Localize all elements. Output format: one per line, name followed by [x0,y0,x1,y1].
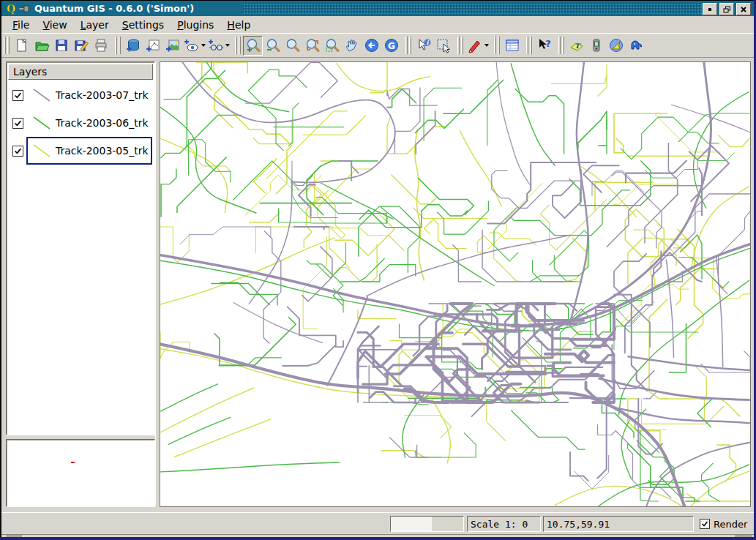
new-vector-layer-button[interactable] [206,36,231,56]
menu-view[interactable]: View [36,18,73,32]
add-wms-layer-button[interactable] [182,36,206,56]
zoom-out-button[interactable] [263,36,282,56]
window-border-left [0,0,1,540]
zoom-previous-button[interactable] [362,36,381,56]
gps-track [716,258,723,367]
overview-extent-marker [71,462,75,463]
arrow-back-icon [364,37,380,53]
toolbar-drag-handle[interactable] [405,37,411,54]
toolbar-group: i [405,36,453,56]
layer-visibility-checkbox[interactable] [12,118,23,129]
zoom-in-icon [245,37,261,53]
gps-icon [588,37,605,53]
menu-plugins[interactable]: Plugins [171,18,220,32]
zoom-sel-icon [304,37,321,53]
gps-track [570,452,588,481]
layer-item-body[interactable]: Track-2003-07_trk [26,81,152,109]
refresh-map-button[interactable]: G [381,36,401,56]
gps-track [494,208,518,261]
gps-track [327,297,367,386]
toolbar-drag-handle[interactable] [558,37,564,54]
toolbar-drag-handle[interactable] [4,37,10,54]
pencil-icon [466,37,482,53]
menu-help[interactable]: Help [220,18,257,32]
render-toggle[interactable]: Render [696,516,752,532]
gps-tools-button[interactable] [586,36,606,56]
menu-file[interactable]: File [6,18,36,32]
check-icon [14,91,22,100]
toolbar-drag-handle[interactable] [235,37,241,54]
gps-track [583,165,619,192]
save-project-button[interactable] [51,36,71,56]
new-project-button[interactable] [12,36,31,56]
open-project-button[interactable] [31,36,51,56]
layer-item-body[interactable]: Track-2003-05_trk [26,137,152,165]
qgis-logo-icon: Q [5,3,17,15]
print-button[interactable] [91,36,111,56]
layer-visibility-checkbox[interactable] [12,90,23,101]
overview-panel[interactable] [6,439,155,507]
gps-track [164,62,212,100]
toolbar-drag-handle[interactable] [115,37,121,54]
gps-track [358,345,386,378]
layer-item-track-2003-07_trk[interactable]: Track-2003-07_trk [8,81,153,109]
minimize-button[interactable] [703,3,717,15]
check-icon [701,520,708,528]
window-border-top [0,0,756,1]
layers-panel-header[interactable]: Layers [8,64,153,80]
gps-track [177,157,226,213]
toolbar-drag-handle[interactable] [494,37,500,54]
render-checkbox[interactable] [700,519,710,529]
zoom-full-extent-button[interactable] [282,36,302,56]
select-features-button[interactable] [433,36,453,56]
zoom-to-selection-button[interactable] [302,36,322,56]
toolbar-drag-handle[interactable] [457,37,463,54]
title-bar[interactable]: Q Quantum GIS - 0.6.0 ('Simon') [1,1,754,16]
gps-track [416,433,476,457]
compass-tool-button[interactable] [606,36,626,56]
svg-text:?: ? [545,38,551,49]
gps-track [174,419,271,457]
mapserver-export-button[interactable] [626,36,645,56]
gps-track [496,62,531,186]
add-postgis-layer-button[interactable] [123,36,143,56]
open-attribute-table-button[interactable] [502,36,522,56]
toolbar-drag-handle[interactable] [526,37,532,54]
layer-item-track-2003-05_trk[interactable]: Track-2003-05_trk [8,137,153,165]
maximize-button[interactable] [719,3,734,15]
label-tool-button[interactable]: T [566,36,586,56]
capture-line-button[interactable] [465,36,490,56]
svg-text:Q: Q [7,3,15,15]
gps-track [358,310,396,319]
layer-visibility-checkbox[interactable] [12,146,23,157]
floppy-pencil-icon [73,37,89,53]
glasses-plus-icon [207,37,223,53]
save-project-as-button[interactable] [71,36,91,56]
menu-layer[interactable]: Layer [74,18,116,32]
gps-track [303,236,326,329]
dropdown-arrow-icon[interactable] [225,44,230,47]
dropdown-arrow-icon[interactable] [201,44,206,47]
gps-track [370,392,415,402]
menu-settings[interactable]: Settings [116,18,171,32]
map-canvas[interactable] [160,61,751,507]
dropdown-arrow-icon[interactable] [484,44,489,47]
gps-track [294,227,329,229]
layer-item-track-2003-06_trk[interactable]: Track-2003-06_trk [8,109,153,137]
pan-map-button[interactable] [342,36,362,56]
raster-plus-icon [165,37,181,53]
identify-features-button[interactable]: i [413,36,433,56]
gps-track [161,169,176,217]
close-button[interactable] [736,3,751,15]
add-raster-layer-button[interactable] [162,36,182,56]
gps-track [482,230,565,282]
eye-plus-icon [183,37,199,53]
zoom-last-button[interactable] [322,36,342,56]
layer-item-body[interactable]: Track-2003-06_trk [26,109,152,137]
zoom-in-button[interactable] [243,36,263,56]
map-tracks-svg [160,62,750,506]
whats-this-help-button[interactable]: ? [534,36,554,56]
menu-bar: FileViewLayerSettingsPluginsHelp [1,16,754,33]
titlebar-texture [243,3,703,14]
add-vector-layer-button[interactable] [143,36,162,56]
